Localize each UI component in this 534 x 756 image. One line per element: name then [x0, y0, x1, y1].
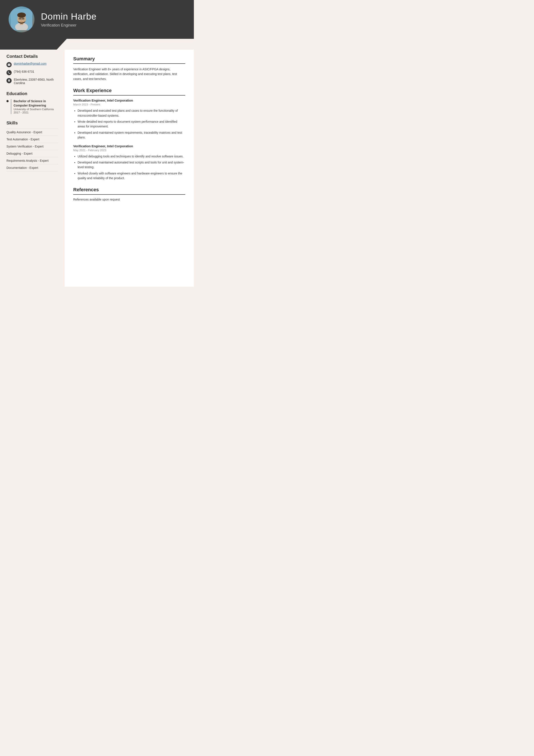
contact-phone-item: (794) 636 6731 [7, 70, 58, 75]
job-bullet-item: Utilized debugging tools and techniques … [78, 154, 185, 159]
references-title: References [73, 187, 185, 195]
contact-title: Contact Details [7, 54, 58, 59]
job-bullets: Utilized debugging tools and techniques … [73, 154, 185, 181]
job-title: Verification Engineer, Intel Corporation [73, 98, 185, 102]
chevron-decoration [0, 39, 194, 50]
phone-value: (794) 636 6731 [14, 70, 34, 73]
main-layout: Contact Details dominharbe@gmail.com (79… [0, 50, 194, 287]
contact-address-item: Ebertview, 23397-8563, North Carolina [7, 78, 58, 85]
job-bullet-item: Developed and maintained automated test … [78, 160, 185, 170]
edu-content: Bachelor of Science in Computer Engineer… [11, 99, 58, 114]
phone-icon [7, 70, 12, 75]
skills-title: Skills [7, 121, 58, 125]
job-bullet-item: Wrote detailed test reports to document … [78, 119, 185, 129]
skill-item: Documentation - Expert [7, 164, 58, 172]
skill-item: System Verification - Expert [7, 143, 58, 150]
skill-item: Quality Assurance - Expert [7, 128, 58, 136]
contact-section: Contact Details dominharbe@gmail.com (79… [7, 54, 58, 85]
location-icon [7, 78, 12, 83]
sidebar: Contact Details dominharbe@gmail.com (79… [0, 50, 64, 287]
job-dates: May 2021 - February 2023 [73, 148, 185, 152]
summary-text: Verification Engineer with 8+ years of e… [73, 67, 185, 81]
skills-section: Skills Quality Assurance - ExpertTest Au… [7, 121, 58, 172]
education-section: Education Bachelor of Science in Compute… [7, 91, 58, 114]
main-content: Summary Verification Engineer with 8+ ye… [64, 50, 194, 287]
work-experience-section: Work Experience Verification Engineer, I… [73, 88, 185, 180]
job-bullets: Developed and executed test plans and ca… [73, 108, 185, 140]
svg-point-5 [20, 18, 21, 19]
edu-school: University of Southern California [13, 108, 58, 111]
header: Domin Harbe Verification Engineer [0, 0, 194, 39]
education-title: Education [7, 91, 58, 96]
contact-email-item: dominharbe@gmail.com [7, 62, 58, 67]
references-text: References available upon request [73, 198, 185, 201]
header-text: Domin Harbe Verification Engineer [41, 12, 96, 28]
skill-item: Debugging - Expert [7, 150, 58, 157]
job-dates: March 2023 - Present [73, 103, 185, 106]
skill-item: Test Automation - Expert [7, 136, 58, 143]
candidate-title: Verification Engineer [41, 23, 96, 28]
summary-title: Summary [73, 56, 185, 64]
summary-section: Summary Verification Engineer with 8+ ye… [73, 56, 185, 81]
jobs-list: Verification Engineer, Intel Corporation… [73, 98, 185, 180]
work-experience-title: Work Experience [73, 88, 185, 95]
edu-degree: Bachelor of Science in Computer Engineer… [13, 99, 58, 108]
job-bullet-item: Developed and executed test plans and ca… [78, 108, 185, 118]
avatar [9, 7, 35, 32]
job-bullet-item: Developed and maintained system requirem… [78, 130, 185, 140]
job-title: Verification Engineer, Intel Corporation [73, 144, 185, 148]
references-section: References References available upon req… [73, 187, 185, 201]
skills-list: Quality Assurance - ExpertTest Automatio… [7, 128, 58, 172]
svg-point-4 [17, 13, 26, 18]
skill-item: Requirements Analysis - Expert [7, 157, 58, 164]
job-bullet-item: Worked closely with software engineers a… [78, 171, 185, 181]
email-icon [7, 62, 12, 67]
address-value: Ebertview, 23397-8563, North Carolina [14, 78, 58, 85]
edu-bullet-icon [7, 100, 9, 102]
education-item: Bachelor of Science in Computer Engineer… [7, 99, 58, 114]
email-value[interactable]: dominharbe@gmail.com [14, 62, 46, 65]
svg-point-6 [23, 18, 24, 19]
edu-years: 2017 - 2021 [13, 111, 58, 114]
candidate-name: Domin Harbe [41, 12, 96, 22]
